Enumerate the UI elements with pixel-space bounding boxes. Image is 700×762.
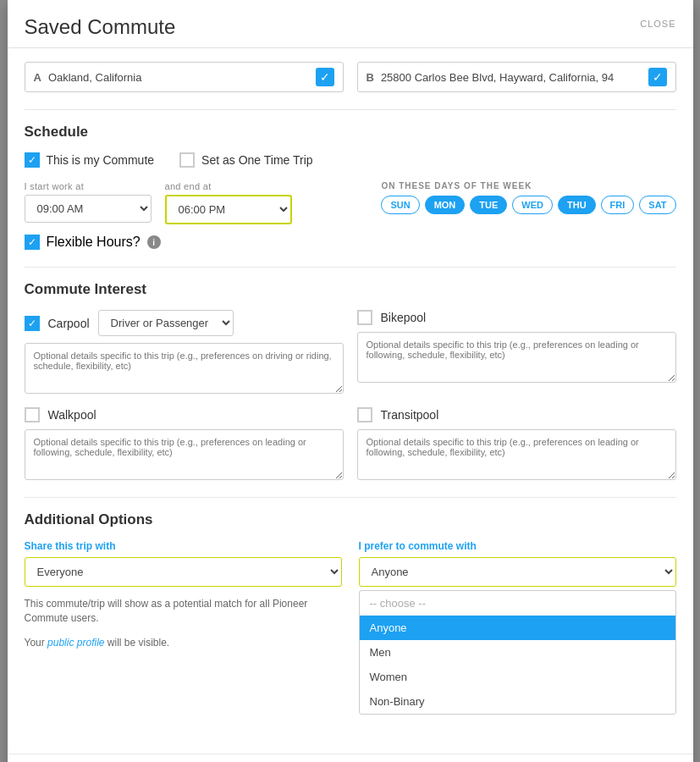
- address-from-check-icon: ✓: [316, 68, 334, 86]
- days-group: ON THESE DAYS OF THE WEEK SUN MON TUE WE…: [381, 181, 675, 214]
- one-time-trip-checkbox[interactable]: [179, 152, 195, 168]
- bikepool-header: Bikepool: [357, 310, 676, 325]
- prefer-commute-select[interactable]: Anyone Men Women Non-Binary: [359, 557, 676, 587]
- dropdown-option-choose[interactable]: -- choose --: [360, 591, 675, 616]
- transitpool-header: Transitpool: [357, 407, 676, 422]
- my-commute-checkbox-label[interactable]: This is my Commute: [25, 152, 155, 168]
- share-trip-label: Share this trip with: [25, 540, 342, 552]
- carpool-item: Carpool Driver or Passenger Driver Passe…: [25, 310, 344, 394]
- day-tue[interactable]: TUE: [470, 196, 507, 214]
- additional-options-grid: Share this trip with Everyone Only Me Fr…: [25, 540, 676, 715]
- flexible-hours-label: Flexible Hours?: [47, 235, 141, 250]
- prefer-commute-label: I prefer to commute with: [359, 540, 676, 552]
- day-sun[interactable]: SUN: [381, 196, 419, 214]
- address-from-value: Oakland, California: [48, 71, 316, 84]
- end-time-select[interactable]: 06:00 PM 05:00 PM 07:00 PM: [165, 195, 292, 224]
- carpool-label: Carpool: [48, 317, 90, 330]
- share-note-text: This commute/trip will show as a potenti…: [25, 598, 308, 624]
- dropdown-option-nonbinary[interactable]: Non-Binary: [360, 689, 675, 714]
- divider-commute-interest: [25, 267, 676, 268]
- walkpool-item: Walkpool: [25, 407, 344, 480]
- public-profile-link[interactable]: public profile: [47, 637, 104, 649]
- address-from-label: A: [34, 71, 41, 84]
- flexible-hours-checkbox[interactable]: [25, 235, 40, 250]
- end-time-label: and end at: [165, 181, 292, 191]
- days-label: ON THESE DAYS OF THE WEEK: [381, 181, 675, 190]
- schedule-section: Schedule This is my Commute Set as One T…: [25, 124, 676, 250]
- divider-additional: [25, 497, 676, 498]
- bikepool-label: Bikepool: [381, 311, 427, 324]
- public-profile-note: Your public profile will be visible.: [25, 636, 342, 650]
- one-time-trip-checkbox-label[interactable]: Set as One Time Trip: [179, 152, 313, 168]
- transitpool-textarea[interactable]: [357, 429, 676, 480]
- day-thu[interactable]: THU: [558, 196, 596, 214]
- prefer-commute-dropdown: -- choose -- Anyone Men Women Non-Binary: [359, 590, 676, 715]
- address-to-label: B: [367, 71, 374, 84]
- address-row: A Oakland, California ✓ B 25800 Carlos B…: [25, 62, 676, 92]
- bikepool-checkbox[interactable]: [357, 310, 372, 325]
- one-time-trip-label: Set as One Time Trip: [201, 153, 313, 167]
- my-commute-checkbox[interactable]: [25, 152, 40, 168]
- prefer-commute-group: I prefer to commute with Anyone Men Wome…: [359, 540, 676, 715]
- carpool-header: Carpool Driver or Passenger Driver Passe…: [25, 310, 344, 336]
- modal-container: Saved Commute CLOSE A Oakland, Californi…: [8, 0, 693, 762]
- commute-interest-section: Commute Interest Carpool Driver or Passe…: [25, 281, 676, 480]
- flexible-hours-row: Flexible Hours? i: [25, 235, 676, 250]
- day-mon[interactable]: MON: [425, 196, 466, 214]
- share-trip-group: Share this trip with Everyone Only Me Fr…: [25, 540, 342, 649]
- walkpool-checkbox[interactable]: [25, 407, 40, 422]
- time-selects: I start work at 09:00 AM 08:00 AM 10:00 …: [25, 181, 292, 224]
- dropdown-option-anyone[interactable]: Anyone: [360, 616, 675, 640]
- dropdown-option-women[interactable]: Women: [360, 665, 675, 689]
- bikepool-item: Bikepool: [357, 310, 676, 394]
- address-to-check-icon: ✓: [648, 68, 667, 86]
- address-to-value: 25800 Carlos Bee Blvd, Hayward, Californ…: [381, 71, 648, 84]
- share-trip-select[interactable]: Everyone Only Me Friends: [25, 557, 342, 587]
- day-wed[interactable]: WED: [512, 196, 553, 214]
- day-sat[interactable]: SAT: [639, 196, 675, 214]
- end-time-group: and end at 06:00 PM 05:00 PM 07:00 PM: [165, 181, 292, 224]
- transitpool-label: Transitpool: [381, 408, 439, 422]
- transitpool-item: Transitpool: [357, 407, 676, 480]
- modal-body: A Oakland, California ✓ B 25800 Carlos B…: [8, 48, 693, 745]
- days-row: SUN MON TUE WED THU FRI SAT: [381, 196, 675, 214]
- additional-options-section: Additional Options Share this trip with …: [25, 511, 676, 715]
- walkpool-label: Walkpool: [48, 408, 96, 422]
- carpool-textarea[interactable]: [25, 343, 344, 394]
- address-from-field[interactable]: A Oakland, California ✓: [25, 62, 344, 92]
- carpool-checkbox[interactable]: [25, 316, 40, 331]
- close-button[interactable]: CLOSE: [640, 19, 675, 29]
- schedule-title: Schedule: [25, 124, 676, 141]
- share-trip-note: This commute/trip will show as a potenti…: [25, 597, 342, 626]
- dropdown-option-men[interactable]: Men: [360, 640, 675, 665]
- transitpool-checkbox[interactable]: [357, 407, 372, 422]
- address-to-field[interactable]: B 25800 Carlos Bee Blvd, Hayward, Califo…: [357, 62, 676, 92]
- flexible-hours-info-icon[interactable]: i: [147, 235, 161, 249]
- start-time-label: I start work at: [25, 181, 152, 191]
- additional-options-title: Additional Options: [25, 511, 676, 528]
- modal-header: Saved Commute CLOSE: [8, 0, 693, 48]
- modal-title: Saved Commute: [25, 15, 176, 39]
- commute-interest-title: Commute Interest: [25, 281, 676, 298]
- schedule-time-days-row: I start work at 09:00 AM 08:00 AM 10:00 …: [25, 181, 676, 224]
- interest-grid: Carpool Driver or Passenger Driver Passe…: [25, 310, 676, 480]
- walkpool-textarea[interactable]: [25, 429, 344, 480]
- walkpool-header: Walkpool: [25, 407, 344, 422]
- carpool-role-select[interactable]: Driver or Passenger Driver Passenger: [98, 310, 234, 336]
- day-fri[interactable]: FRI: [601, 196, 635, 214]
- start-time-group: I start work at 09:00 AM 08:00 AM 10:00 …: [25, 181, 152, 224]
- modal-footer: REMOVE SAVE: [8, 754, 693, 762]
- bikepool-textarea[interactable]: [357, 332, 676, 383]
- start-time-select[interactable]: 09:00 AM 08:00 AM 10:00 AM: [25, 195, 152, 223]
- schedule-checkboxes-row: This is my Commute Set as One Time Trip: [25, 152, 676, 168]
- divider-schedule: [25, 109, 676, 110]
- my-commute-label: This is my Commute: [47, 153, 155, 167]
